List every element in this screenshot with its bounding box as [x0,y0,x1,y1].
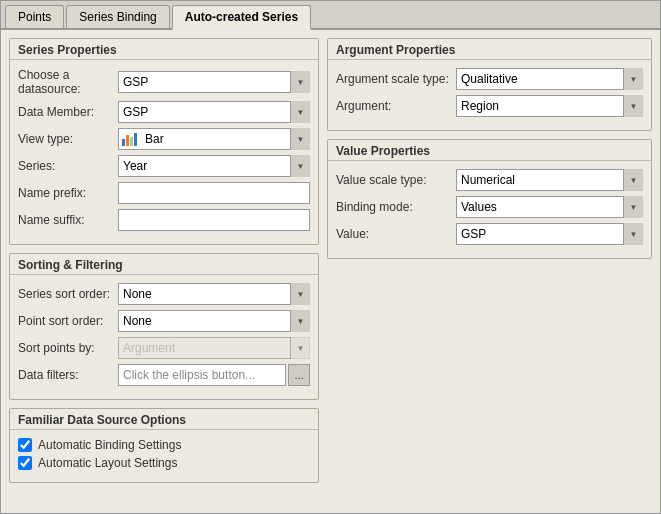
sorting-filtering-content: Series sort order: None Point sort order… [10,279,318,399]
value-scale-label: Value scale type: [336,173,456,187]
data-member-select-wrapper: GSP [118,101,310,123]
point-sort-row: Point sort order: None [18,310,310,332]
argument-label: Argument: [336,99,456,113]
series-sort-label: Series sort order: [18,287,118,301]
name-prefix-row: Name prefix: [18,182,310,204]
point-sort-select-wrapper: None [118,310,310,332]
argument-select-wrapper: Region [456,95,643,117]
binding-mode-select[interactable]: Values [456,196,643,218]
familiar-data-title: Familiar Data Source Options [10,409,318,429]
data-member-label: Data Member: [18,105,118,119]
tab-series-binding[interactable]: Series Binding [66,5,169,28]
filters-wrapper: ... [118,364,310,386]
name-prefix-input[interactable] [118,182,310,204]
value-scale-select[interactable]: Numerical [456,169,643,191]
arg-scale-label: Argument scale type: [336,72,456,86]
familiar-data-group: Familiar Data Source Options Automatic B… [9,408,319,483]
view-type-label: View type: [18,132,118,146]
value-select-wrapper: GSP [456,223,643,245]
tab-auto-created-series[interactable]: Auto-created Series [172,5,311,30]
data-member-select[interactable]: GSP [118,101,310,123]
auto-layout-checkbox[interactable] [18,456,32,470]
series-select-wrapper: Year [118,155,310,177]
value-properties-title: Value Properties [328,140,651,160]
series-row: Series: Year [18,155,310,177]
name-suffix-label: Name suffix: [18,213,118,227]
sorting-filtering-title: Sorting & Filtering [10,254,318,274]
auto-binding-checkbox[interactable] [18,438,32,452]
name-suffix-row: Name suffix: [18,209,310,231]
series-sort-select[interactable]: None [118,283,310,305]
view-type-select[interactable]: Bar [118,128,310,150]
argument-row: Argument: Region [336,95,643,117]
series-sort-select-wrapper: None [118,283,310,305]
argument-select[interactable]: Region [456,95,643,117]
binding-mode-row: Binding mode: Values [336,196,643,218]
argument-properties-group: Argument Properties Argument scale type:… [327,38,652,131]
view-type-row: View type: Bar [18,128,310,150]
datasource-select-wrapper: GSP [118,71,310,93]
datasource-select[interactable]: GSP [118,71,310,93]
arg-scale-row: Argument scale type: Qualitative [336,68,643,90]
tab-points[interactable]: Points [5,5,64,28]
right-column: Argument Properties Argument scale type:… [327,38,652,505]
datasource-row: Choose a datasource: GSP [18,68,310,96]
auto-layout-row: Automatic Layout Settings [18,456,310,470]
ellipsis-button[interactable]: ... [288,364,310,386]
point-sort-select[interactable]: None [118,310,310,332]
value-scale-row: Value scale type: Numerical [336,169,643,191]
argument-properties-title: Argument Properties [328,39,651,59]
value-scale-select-wrapper: Numerical [456,169,643,191]
argument-properties-content: Argument scale type: Qualitative Argumen… [328,64,651,130]
value-properties-group: Value Properties Value scale type: Numer… [327,139,652,259]
series-select[interactable]: Year [118,155,310,177]
point-sort-label: Point sort order: [18,314,118,328]
value-properties-content: Value scale type: Numerical Binding mode… [328,165,651,258]
sorting-filtering-group: Sorting & Filtering Series sort order: N… [9,253,319,400]
data-filters-row: Data filters: ... [18,364,310,386]
left-column: Series Properties Choose a datasource: G… [9,38,319,505]
series-properties-group: Series Properties Choose a datasource: G… [9,38,319,245]
tab-bar: Points Series Binding Auto-created Serie… [1,1,660,30]
datasource-label: Choose a datasource: [18,68,118,96]
familiar-data-content: Automatic Binding Settings Automatic Lay… [10,434,318,482]
arg-scale-select[interactable]: Qualitative [456,68,643,90]
view-type-select-wrapper: Bar [118,128,310,150]
data-member-row: Data Member: GSP [18,101,310,123]
value-select[interactable]: GSP [456,223,643,245]
series-sort-row: Series sort order: None [18,283,310,305]
binding-mode-label: Binding mode: [336,200,456,214]
sort-points-select[interactable]: Argument [118,337,310,359]
series-properties-content: Choose a datasource: GSP Data Member: [10,64,318,244]
binding-mode-select-wrapper: Values [456,196,643,218]
name-prefix-label: Name prefix: [18,186,118,200]
value-row: Value: GSP [336,223,643,245]
sort-points-label: Sort points by: [18,341,118,355]
auto-layout-label[interactable]: Automatic Layout Settings [38,456,177,470]
series-properties-title: Series Properties [10,39,318,59]
filters-input[interactable] [118,364,286,386]
main-container: Points Series Binding Auto-created Serie… [0,0,661,514]
auto-binding-label[interactable]: Automatic Binding Settings [38,438,181,452]
auto-binding-row: Automatic Binding Settings [18,438,310,452]
data-filters-label: Data filters: [18,368,118,382]
arg-scale-select-wrapper: Qualitative [456,68,643,90]
name-suffix-input[interactable] [118,209,310,231]
sort-points-row: Sort points by: Argument [18,337,310,359]
series-label: Series: [18,159,118,173]
content-area: Series Properties Choose a datasource: G… [1,30,660,513]
value-label: Value: [336,227,456,241]
sort-points-select-wrapper: Argument [118,337,310,359]
